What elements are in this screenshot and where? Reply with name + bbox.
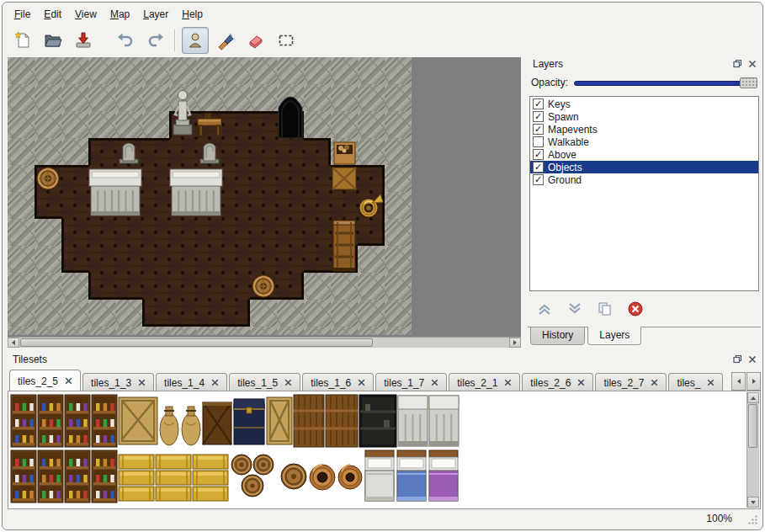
duplicate-layer-button[interactable] — [597, 301, 614, 317]
menu-item-file[interactable]: File — [8, 7, 37, 22]
close-panel-icon[interactable] — [747, 59, 757, 69]
dock-tab-history[interactable]: History — [530, 327, 585, 345]
fill-tool-button[interactable] — [212, 27, 239, 54]
tileset-tab-tiles_1_5[interactable]: tiles_1_5 — [229, 373, 300, 391]
scrollbar-handle[interactable] — [20, 338, 373, 347]
tileset-tab-tiles_2_5[interactable]: tiles_2_5 — [9, 370, 81, 391]
dock-tab-layers[interactable]: Layers — [587, 327, 641, 345]
map-area — [8, 57, 521, 348]
tileset-tab-tiles_2_1[interactable]: tiles_2_1 — [449, 373, 520, 391]
tab-close-icon[interactable] — [358, 379, 365, 386]
layer-visibility-checkbox[interactable] — [533, 136, 544, 147]
layers-panel-header: Layers — [528, 57, 761, 71]
tileset-tab-label: tiles_1_3 — [91, 377, 131, 389]
layer-visibility-checkbox[interactable]: ✓ — [533, 162, 544, 173]
tileset-tab-label: tiles_2_6 — [530, 377, 571, 389]
toolbar — [9, 24, 303, 56]
resize-grip[interactable] — [747, 514, 758, 525]
menubar: FileEditViewMapLayerHelp — [8, 6, 210, 23]
layer-visibility-checkbox[interactable]: ✓ — [533, 111, 544, 122]
eraser-tool-button[interactable] — [242, 27, 269, 54]
tileset-tab-tiles_1_3[interactable]: tiles_1_3 — [82, 373, 154, 391]
close-panel-icon[interactable] — [747, 354, 757, 364]
layer-visibility-checkbox[interactable]: ✓ — [533, 174, 544, 185]
scroll-left-button[interactable] — [8, 338, 19, 348]
layer-visibility-checkbox[interactable]: ✓ — [533, 98, 544, 109]
layer-row-walkable[interactable]: Walkable — [530, 136, 758, 148]
tab-close-icon[interactable] — [138, 379, 146, 386]
map-horizontal-scrollbar[interactable] — [8, 337, 521, 348]
stamp-tool-button[interactable] — [182, 27, 209, 54]
layer-row-objects[interactable]: ✓Objects — [530, 161, 758, 173]
tab-close-icon[interactable] — [707, 379, 715, 386]
scroll-down-button[interactable] — [747, 497, 759, 508]
layer-row-keys[interactable]: ✓Keys — [530, 98, 758, 110]
chevron-down-icon — [566, 301, 583, 317]
scrollbar-handle[interactable] — [748, 404, 757, 448]
menu-item-help[interactable]: Help — [175, 7, 210, 22]
menu-item-view[interactable]: View — [68, 7, 104, 22]
new-file-button[interactable] — [9, 27, 36, 54]
tileset-tab-tiles_2_7[interactable]: tiles_2_7 — [595, 373, 667, 391]
scroll-up-button[interactable] — [747, 392, 759, 403]
dock-tab-bar: HistoryLayers — [528, 327, 761, 345]
undo-button[interactable] — [112, 27, 139, 54]
tileset-canvas[interactable] — [10, 393, 461, 504]
tileset-tab-tiles_1_7[interactable]: tiles_1_7 — [375, 373, 447, 391]
layer-visibility-checkbox[interactable]: ✓ — [533, 149, 544, 160]
layer-buttons — [536, 298, 644, 320]
map-canvas[interactable] — [8, 57, 412, 335]
tileset-tab-tiles_1_4[interactable]: tiles_1_4 — [156, 373, 227, 391]
opacity-row: Opacity: — [531, 76, 757, 89]
tileset-tab-tiles_[interactable]: tiles_ — [668, 373, 723, 391]
move-layer-up-button[interactable] — [536, 301, 553, 317]
layer-row-above[interactable]: ✓Above — [530, 148, 758, 161]
opacity-slider[interactable] — [574, 77, 757, 89]
open-folder-icon — [43, 30, 63, 51]
delete-red-x-icon — [627, 301, 644, 317]
tab-close-icon[interactable] — [284, 379, 292, 386]
delete-layer-button[interactable] — [627, 301, 644, 317]
map-viewport[interactable] — [8, 57, 521, 337]
tab-scrollers — [731, 372, 761, 391]
layer-row-spawn[interactable]: ✓Spawn — [530, 110, 758, 123]
scrollbar-track[interactable] — [747, 403, 759, 497]
layer-visibility-checkbox[interactable]: ✓ — [533, 124, 544, 135]
layer-row-ground[interactable]: ✓Ground — [530, 173, 758, 186]
tabs-scroll-left-button[interactable] — [731, 372, 746, 391]
save-button[interactable] — [70, 27, 97, 54]
tileset-tab-label: tiles_ — [677, 377, 700, 389]
dashed-selection-icon — [276, 30, 296, 51]
scrollbar-track[interactable] — [19, 338, 509, 348]
tab-close-icon[interactable] — [577, 379, 585, 386]
layer-name: Ground — [548, 174, 582, 186]
tab-close-icon[interactable] — [431, 379, 438, 386]
rect-select-tool-button[interactable] — [273, 27, 300, 54]
tileset-vertical-scrollbar[interactable] — [746, 392, 759, 508]
tileset-tab-label: tiles_2_1 — [457, 377, 497, 389]
tileset-tab-tiles_1_6[interactable]: tiles_1_6 — [302, 373, 374, 391]
tabs-scroll-right-button[interactable] — [746, 372, 761, 391]
menu-item-map[interactable]: Map — [104, 7, 136, 22]
move-layer-down-button[interactable] — [566, 301, 583, 317]
eraser-icon — [246, 30, 266, 51]
opacity-slider-handle[interactable] — [740, 77, 757, 88]
layer-row-mapevents[interactable]: ✓Mapevents — [530, 123, 758, 136]
menu-item-edit[interactable]: Edit — [37, 7, 68, 22]
open-button[interactable] — [40, 27, 66, 54]
tab-close-icon[interactable] — [211, 379, 219, 386]
opacity-slider-groove — [574, 81, 757, 86]
tileset-view[interactable] — [8, 391, 761, 509]
redo-button[interactable] — [142, 27, 169, 54]
tab-close-icon[interactable] — [65, 377, 72, 385]
tab-close-icon[interactable] — [504, 379, 512, 386]
layer-name: Above — [548, 149, 576, 161]
scroll-right-button[interactable] — [509, 338, 521, 348]
tab-close-icon[interactable] — [651, 379, 658, 386]
float-panel-icon[interactable] — [732, 354, 742, 364]
float-panel-icon[interactable] — [732, 59, 742, 69]
tilesets-panel-header: Tilesets — [8, 353, 761, 366]
arrow-left-icon — [736, 378, 742, 385]
menu-item-layer[interactable]: Layer — [136, 7, 175, 22]
tileset-tab-tiles_2_6[interactable]: tiles_2_6 — [522, 373, 593, 391]
